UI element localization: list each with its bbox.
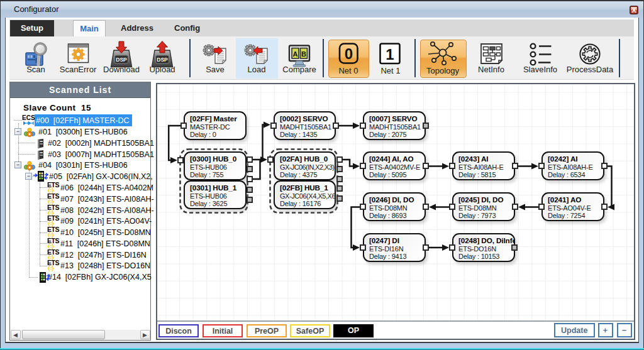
svg-text:ECS: ECS	[22, 114, 35, 121]
